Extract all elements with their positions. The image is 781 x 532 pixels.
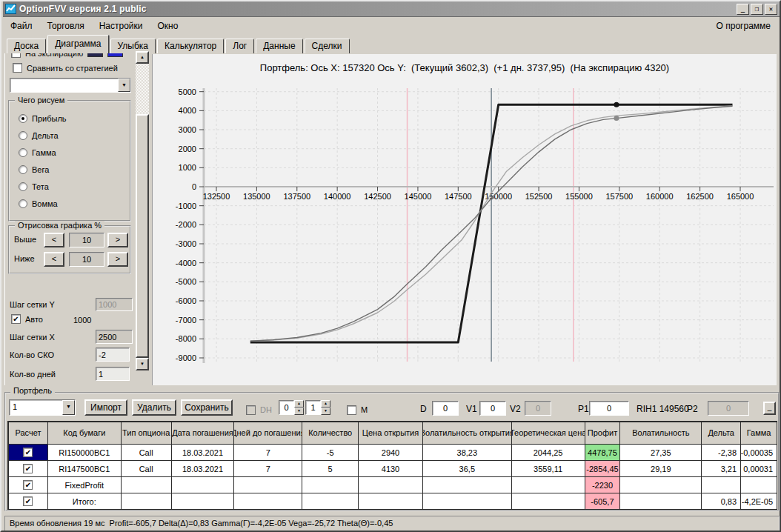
table-cell-r1-c11[interactable]: 3,21 bbox=[702, 461, 741, 477]
row-checkbox-3[interactable]: ✔ bbox=[23, 496, 33, 506]
table-cell-r0-c12[interactable]: -0,00035 bbox=[741, 445, 777, 461]
below-increase-button[interactable]: > bbox=[107, 252, 128, 267]
table-cell-r2-c2[interactable] bbox=[122, 477, 172, 493]
table-cell-r2-c9[interactable]: -2230 bbox=[585, 477, 621, 493]
table-cell-r1-c3[interactable]: 18.03.2021 bbox=[172, 461, 235, 477]
table-cell-r3-c11[interactable]: 0,83 bbox=[702, 493, 741, 510]
scroll-down-icon[interactable]: ▼ bbox=[136, 358, 149, 370]
above-decrease-button[interactable]: < bbox=[44, 233, 64, 247]
spinner-down-icon[interactable]: ▼ bbox=[294, 408, 304, 415]
below-decrease-button[interactable]: < bbox=[44, 252, 64, 267]
table-cell-r2-c5[interactable] bbox=[302, 477, 359, 493]
field-input-V2[interactable] bbox=[525, 401, 551, 416]
table-cell-r3-c3[interactable] bbox=[172, 493, 235, 510]
table-cell-r1-c6[interactable]: 4130 bbox=[359, 461, 423, 477]
portfolio-button-2[interactable]: Сохранить bbox=[181, 399, 233, 416]
chevron-down-icon[interactable]: ▼ bbox=[118, 79, 130, 92]
table-cell-r0-c3[interactable]: 18.03.2021 bbox=[172, 445, 235, 461]
table-cell-r2-c8[interactable] bbox=[512, 477, 585, 493]
draw-option-label-1[interactable]: Дельта bbox=[32, 131, 59, 140]
close-icon[interactable]: ✕ bbox=[765, 4, 777, 15]
table-cell-r0-c1[interactable]: RI150000BC1 bbox=[48, 445, 122, 461]
radio-3[interactable] bbox=[19, 165, 27, 174]
spinner-up-icon[interactable]: ▲ bbox=[321, 400, 330, 408]
dh-spinner-2[interactable]: ▲▼ bbox=[305, 400, 330, 415]
scroll-up-icon[interactable]: ▲ bbox=[136, 51, 149, 64]
table-cell-r2-c12[interactable] bbox=[741, 477, 777, 493]
tab-3[interactable]: Калькулятор bbox=[157, 39, 224, 53]
table-cell-r3-c1[interactable]: Итого: bbox=[48, 493, 122, 510]
tab-4[interactable]: Лог bbox=[225, 39, 254, 53]
draw-option-label-2[interactable]: Гамма bbox=[32, 148, 56, 157]
menu-item-2[interactable]: Настройки bbox=[92, 18, 150, 34]
below-percent-input[interactable] bbox=[69, 252, 104, 267]
tab-5[interactable]: Данные bbox=[256, 39, 302, 53]
sidebar-scrollbar[interactable]: ▲ ▼ bbox=[136, 51, 149, 370]
menu-item-0[interactable]: Файл bbox=[3, 18, 40, 34]
table-cell-r0-c9[interactable]: 4478,75 bbox=[585, 445, 621, 461]
row-checkbox-0[interactable]: ✔ bbox=[23, 448, 33, 457]
draw-option-label-5[interactable]: Вомма bbox=[32, 199, 58, 208]
tab-1[interactable]: Диаграмма bbox=[47, 35, 108, 53]
table-cell-r1-c2[interactable]: Call bbox=[122, 461, 172, 477]
draw-option-label-4[interactable]: Тета bbox=[32, 182, 49, 191]
strategy-dropdown[interactable]: ▼ bbox=[10, 78, 131, 93]
table-cell-r3-c10[interactable] bbox=[620, 493, 702, 510]
panel-minimize-button[interactable]: _ bbox=[763, 402, 776, 415]
portfolio-button-0[interactable]: Импорт bbox=[84, 399, 127, 416]
draw-option-label-3[interactable]: Вега bbox=[32, 165, 49, 174]
table-cell-r3-c9[interactable]: -605,7 bbox=[585, 493, 621, 510]
spinner-down-icon[interactable]: ▼ bbox=[321, 408, 330, 415]
table-cell-r2-c4[interactable] bbox=[234, 477, 302, 493]
table-cell-r0-c6[interactable]: 2940 bbox=[359, 445, 423, 461]
table-cell-r3-c2[interactable] bbox=[122, 493, 172, 510]
table-cell-r2-c6[interactable] bbox=[359, 477, 423, 493]
spinner-up-icon[interactable]: ▲ bbox=[294, 400, 304, 408]
dh-spinner-1[interactable]: ▲▼ bbox=[279, 400, 304, 415]
table-cell-calc-0[interactable]: ✔ bbox=[9, 445, 48, 461]
p2-input[interactable] bbox=[708, 401, 749, 416]
radio-4[interactable] bbox=[19, 182, 27, 191]
row-checkbox-1[interactable]: ✔ bbox=[23, 464, 33, 473]
auto-checkbox[interactable]: ✔ bbox=[11, 314, 21, 324]
table-cell-r2-c10[interactable] bbox=[620, 477, 702, 493]
table-cell-r0-c5[interactable]: -5 bbox=[302, 445, 359, 461]
table-cell-r2-c3[interactable] bbox=[172, 477, 235, 493]
expiration-checkbox[interactable] bbox=[11, 53, 21, 58]
tab-0[interactable]: Доска bbox=[7, 39, 46, 53]
sko-count-input[interactable] bbox=[96, 348, 130, 362]
compare-strategy-checkbox[interactable] bbox=[13, 63, 22, 73]
portfolio-profit-chart[interactable]: 500040003000200010000-1000-2000-3000-400… bbox=[153, 54, 777, 385]
line-color-swatch-blue[interactable] bbox=[107, 53, 123, 57]
field-input-D[interactable] bbox=[432, 401, 459, 416]
table-cell-r1-c8[interactable]: 3559,11 bbox=[512, 461, 585, 477]
table-cell-r0-c10[interactable]: 27,35 bbox=[620, 445, 702, 461]
tab-6[interactable]: Сделки bbox=[305, 39, 350, 53]
table-cell-r0-c2[interactable]: Call bbox=[122, 445, 172, 461]
table-cell-r0-c8[interactable]: 2044,25 bbox=[512, 445, 585, 461]
field-input-P1[interactable] bbox=[589, 401, 629, 416]
table-cell-r3-c7[interactable] bbox=[423, 493, 512, 510]
above-increase-button[interactable]: > bbox=[107, 233, 128, 247]
table-cell-r1-c4[interactable]: 7 bbox=[234, 461, 302, 477]
m-checkbox[interactable] bbox=[347, 405, 356, 415]
table-cell-r3-c5[interactable] bbox=[302, 493, 359, 510]
menu-item-1[interactable]: Торговля bbox=[40, 18, 92, 34]
radio-2[interactable] bbox=[19, 148, 27, 157]
row-checkbox-2[interactable]: ✔ bbox=[23, 480, 33, 490]
grid-step-y-input[interactable] bbox=[96, 298, 133, 311]
chevron-down-icon[interactable]: ▼ bbox=[62, 400, 75, 415]
minimize-icon[interactable]: _ bbox=[737, 4, 749, 15]
table-cell-r1-c10[interactable]: 29,19 bbox=[620, 461, 702, 477]
table-cell-r1-c5[interactable]: 5 bbox=[302, 461, 359, 477]
radio-5[interactable] bbox=[19, 199, 27, 208]
table-cell-r1-c1[interactable]: RI147500BC1 bbox=[48, 461, 122, 477]
table-cell-calc-1[interactable]: ✔ bbox=[9, 461, 48, 477]
table-cell-r3-c6[interactable] bbox=[359, 493, 423, 510]
dh-spinner-1-input[interactable] bbox=[279, 400, 294, 415]
table-cell-r3-c8[interactable] bbox=[512, 493, 585, 510]
maximize-icon[interactable]: ❒ bbox=[751, 4, 763, 15]
table-cell-r3-c12[interactable]: -4,2E-05 bbox=[741, 493, 777, 510]
table-cell-r3-c4[interactable] bbox=[234, 493, 302, 510]
table-cell-r0-c7[interactable]: 38,23 bbox=[423, 445, 512, 461]
